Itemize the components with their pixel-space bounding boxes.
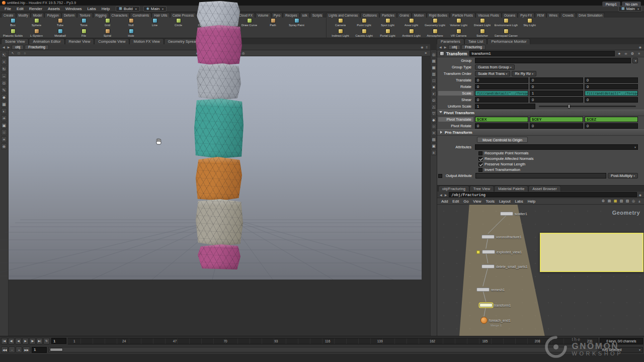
group-select-button[interactable] — [632, 58, 638, 63]
group-field[interactable] — [475, 58, 631, 63]
favorites-icon[interactable]: ★ — [617, 51, 622, 56]
move-centroid-button[interactable]: Move Centroid to Origin — [477, 137, 528, 143]
ortho-views-icon[interactable]: ▥ — [431, 71, 437, 77]
dec-frame-button[interactable]: − — [9, 346, 15, 353]
step-forward-button[interactable]: |▶ — [29, 338, 36, 344]
gear-icon[interactable]: ⚙ — [630, 51, 635, 56]
menu-item[interactable]: Labs — [513, 199, 525, 204]
forward-icon[interactable] — [444, 193, 448, 197]
checkbox-row[interactable]: Preserve Normal Length — [437, 161, 644, 167]
vector-field[interactable]: 0 — [475, 84, 528, 89]
shaded-icon[interactable]: ■ — [431, 84, 437, 90]
key-mode-dropdown[interactable]: Key Selected — [600, 347, 643, 353]
output-attribute-field[interactable] — [475, 173, 606, 178]
vector-field[interactable]: fit(rand(detail("../foreach_be — [585, 90, 638, 96]
checkbox[interactable] — [478, 151, 482, 155]
fractured-block[interactable] — [198, 244, 240, 269]
fractured-block[interactable] — [197, 1, 240, 28]
notes-icon[interactable]: ▧ — [625, 199, 630, 204]
checkbox[interactable] — [478, 162, 482, 166]
viewport-3d[interactable]: Persp1No cam Left mouse tumbles. Middle … — [0, 0, 422, 280]
pane-tab[interactable]: Tree View — [469, 186, 494, 192]
wireframe-icon[interactable]: □ — [431, 78, 437, 83]
light-view-icon[interactable]: ⊙ — [431, 98, 437, 103]
display-options-icon[interactable]: ▤ — [431, 58, 437, 64]
pin-icon[interactable] — [638, 193, 642, 197]
goto-start-button[interactable]: |◀ — [1, 338, 8, 344]
material-shade-icon[interactable]: ◐ — [431, 91, 437, 97]
vector-field[interactable]: 0 — [585, 77, 638, 83]
texture-view-icon[interactable]: ▧ — [431, 137, 437, 142]
pane-tab[interactable]: Material Palette — [494, 186, 528, 192]
uniform-scale-slider[interactable] — [539, 106, 636, 107]
background-icon[interactable]: ○ — [431, 124, 437, 129]
vector-field[interactable]: 0 — [475, 97, 528, 103]
pane-tab[interactable]: Asset Browser — [528, 186, 560, 192]
playbar-slider[interactable] — [48, 347, 598, 352]
vector-field[interactable]: 0 — [530, 84, 583, 89]
group-type-dropdown[interactable]: Guess from Group — [475, 64, 515, 70]
zoom-fit-icon[interactable]: ± — [637, 199, 642, 204]
menu-item[interactable]: View — [471, 199, 483, 204]
search-icon[interactable]: ◎ — [631, 199, 636, 204]
pane-tab[interactable]: obj/Fracturing — [438, 186, 469, 192]
menu-item[interactable]: Add — [439, 199, 450, 204]
back-icon[interactable] — [439, 193, 443, 197]
inc-frame-button[interactable]: + — [16, 346, 22, 353]
wrench-icon[interactable]: ⚙ — [601, 199, 606, 204]
down-axis-icon[interactable]: ▽ — [431, 111, 437, 116]
palette-icon[interactable]: ▨ — [619, 199, 624, 204]
network-node[interactable]: voronoifracture1 — [481, 234, 522, 240]
timeline-ruler[interactable]: 124477093116139162185208231 — [68, 338, 598, 344]
vector-field[interactable]: 0 — [585, 123, 638, 129]
network-node[interactable]: transform1 — [479, 302, 511, 308]
playbar-handle[interactable] — [50, 348, 63, 351]
play-button[interactable]: ▶ — [22, 338, 29, 344]
zoom-level-icon[interactable]: ± — [431, 150, 437, 155]
attributes-field[interactable] — [475, 144, 638, 150]
vector-field[interactable]: 0 — [585, 84, 638, 89]
menu-item[interactable]: Tools — [484, 199, 497, 204]
uniform-scale-field[interactable]: 1 — [475, 104, 535, 109]
grid-view-icon[interactable]: ▦ — [613, 199, 618, 204]
menu-item[interactable]: Edit — [450, 199, 461, 204]
viewport-layout-icon[interactable]: ◎ — [431, 52, 437, 57]
vector-field[interactable]: 0 — [530, 77, 583, 83]
network-node[interactable]: delete_small_parts1 — [481, 263, 528, 269]
node-name-field[interactable]: transform1 — [469, 51, 615, 56]
network-canvas[interactable]: Geometry scatter1 voronoifracture1 explo… — [437, 205, 644, 336]
network-node[interactable]: remesh1 — [476, 287, 505, 293]
vector-field[interactable]: $CEZ — [585, 117, 638, 122]
camera-toggle-icon[interactable]: ▣ — [431, 143, 437, 149]
up-axis-icon[interactable]: △ — [431, 104, 437, 110]
pre-transform-section[interactable]: Pre-Transform — [437, 129, 644, 136]
fractured-block[interactable] — [197, 63, 241, 100]
fractured-block[interactable] — [196, 199, 243, 246]
vector-field[interactable]: $CEX — [475, 117, 528, 122]
network-path-field[interactable]: /obj/Fracturing — [449, 192, 637, 197]
checkbox[interactable] — [478, 168, 482, 172]
prev-key-button[interactable]: ◀◀ — [1, 346, 8, 353]
menu-icon[interactable]: ≡ — [431, 130, 437, 136]
checkbox-row[interactable]: Invert Transformation — [437, 167, 644, 172]
vector-field[interactable]: $CEY — [530, 117, 583, 122]
grid-toggle-icon[interactable]: ▦ — [431, 65, 437, 70]
fractured-block[interactable] — [196, 25, 242, 65]
network-node[interactable]: exploded_view1 — [476, 249, 522, 255]
link-icon[interactable]: ∞ — [623, 51, 628, 56]
loop-button[interactable]: ↻ — [43, 338, 50, 344]
menu-item[interactable]: Help — [526, 199, 537, 204]
vector-field[interactable]: fit(rand(detail("../foreach_be — [475, 90, 528, 96]
menu-item[interactable]: Go — [461, 199, 470, 204]
network-node[interactable]: scatter1 — [500, 211, 527, 217]
vector-field[interactable]: 0 — [475, 123, 528, 129]
vector-field[interactable]: 0 — [475, 77, 528, 83]
checkbox-row[interactable]: Recompute Affected Normals — [437, 156, 644, 161]
checkbox-row[interactable]: Recompute Point Normals — [437, 150, 644, 156]
vector-field[interactable]: 0 — [585, 97, 638, 103]
vector-field[interactable]: 1 — [530, 90, 583, 96]
current-frame-field[interactable]: 1 — [32, 347, 47, 353]
checkbox[interactable] — [478, 157, 482, 161]
menu-icon[interactable]: ≡ — [636, 51, 641, 56]
vector-field[interactable]: 0 — [530, 123, 583, 129]
